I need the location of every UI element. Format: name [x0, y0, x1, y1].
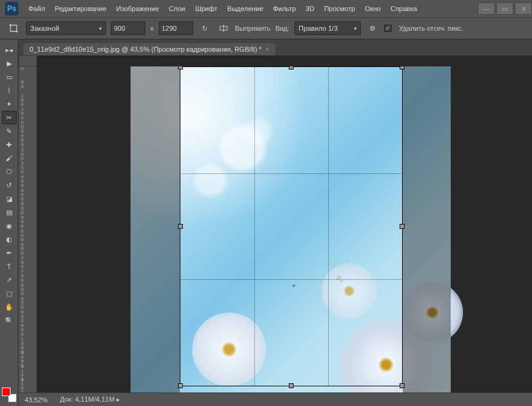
crop-width-input[interactable] — [111, 22, 145, 35]
image-content — [321, 263, 377, 319]
marquee-tool[interactable]: ▭ — [2, 70, 17, 84]
app-logo: Ps — [5, 2, 18, 15]
document-canvas[interactable] — [131, 66, 451, 392]
document-tab[interactable]: 0_11e9d2_d8d10e15_orig.jpg @ 43,5% (Прос… — [23, 43, 275, 55]
crop-tool[interactable]: ✂ — [2, 111, 17, 124]
dodge-tool[interactable]: ◐ — [2, 233, 17, 246]
hand-tool[interactable]: ✋ — [2, 300, 17, 314]
document-title: 0_11e9d2_d8d10e15_orig.jpg @ 43,5% (Прос… — [30, 46, 262, 53]
zoom-tool[interactable]: 🔍 — [2, 314, 17, 327]
blur-tool[interactable]: ◉ — [2, 219, 17, 233]
menu-file[interactable]: Файл — [23, 2, 50, 15]
menu-help[interactable]: Справка — [385, 2, 422, 15]
doc-size: 4,11M/4,11M — [75, 396, 115, 403]
grip-icon[interactable]: ▸◂ — [2, 43, 17, 57]
color-swatches[interactable] — [2, 388, 17, 402]
menu-bar: Файл Редактирование Изображение Слои Шри… — [23, 2, 422, 15]
close-button[interactable]: ✕ — [515, 2, 532, 15]
crop-tool-icon — [6, 21, 21, 36]
stamp-tool[interactable]: ⎔ — [2, 165, 17, 178]
canvas-area[interactable]: ✦ ↖ — [37, 66, 532, 392]
history-brush-tool[interactable]: ↺ — [2, 178, 17, 192]
menu-image[interactable]: Изображение — [111, 2, 164, 15]
delete-cropped-checkbox[interactable] — [384, 25, 392, 32]
menu-3d[interactable]: 3D — [300, 2, 319, 15]
maximize-button[interactable]: ▭ — [496, 2, 514, 15]
gear-icon[interactable]: ⚙ — [366, 22, 379, 35]
straighten-label[interactable]: Выпрямить — [235, 25, 271, 32]
eyedropper-tool[interactable]: ✎ — [2, 124, 17, 138]
minimize-button[interactable]: — — [478, 2, 495, 15]
status-bar: 43,52% Док: 4,11M/4,11M ▸ — [18, 392, 532, 406]
crop-preset-dropdown[interactable]: Заказной▾ — [26, 22, 106, 35]
path-tool[interactable]: ↗ — [2, 273, 17, 287]
image-content — [401, 282, 463, 343]
crop-height-input[interactable] — [159, 22, 193, 35]
zoom-level[interactable]: 43,52% — [25, 396, 47, 404]
straighten-icon[interactable] — [217, 22, 230, 35]
cursor-icon: ↖ — [336, 274, 344, 284]
vertical-ruler[interactable]: 05 01 0 01 5 02 0 02 5 03 0 03 5 04 0 04… — [18, 66, 37, 392]
wand-tool[interactable]: ✦ — [2, 97, 17, 111]
close-tab-icon[interactable]: × — [265, 46, 269, 53]
menu-filter[interactable]: Фильтр — [268, 2, 300, 15]
view-label: Вид: — [275, 25, 289, 32]
menu-type[interactable]: Шрифт — [190, 2, 222, 15]
brush-tool[interactable]: 🖌 — [2, 151, 17, 165]
image-content — [192, 312, 266, 386]
tool-panel: ▸◂ ▶ ▭ ⌇ ✦ ✂ ✎ ✚ 🖌 ⎔ ↺ ◪ ▤ ◉ ◐ ✒ T ↗ ▢ ✋… — [0, 39, 18, 406]
gradient-tool[interactable]: ▤ — [2, 205, 17, 219]
options-bar: Заказной▾ x ↻ Выпрямить Вид: Правило 1/3… — [0, 17, 532, 39]
foreground-color[interactable] — [2, 388, 10, 396]
eraser-tool[interactable]: ◪ — [2, 192, 17, 205]
lasso-tool[interactable]: ⌇ — [2, 84, 17, 97]
move-tool[interactable]: ▶ — [2, 57, 17, 70]
crop-x-label: x — [150, 25, 154, 32]
text-tool[interactable]: T — [2, 260, 17, 273]
pen-tool[interactable]: ✒ — [2, 246, 17, 260]
delete-cropped-label: Удалить отсеч. пикс. — [399, 25, 464, 32]
menu-window[interactable]: Окно — [360, 2, 386, 15]
crop-center-icon: ✦ — [291, 282, 296, 289]
menu-view[interactable]: Просмотр — [319, 2, 360, 15]
shape-tool[interactable]: ▢ — [2, 287, 17, 300]
menu-edit[interactable]: Редактирование — [50, 2, 111, 15]
view-mode-dropdown[interactable]: Правило 1/3▾ — [294, 22, 361, 35]
heal-tool[interactable]: ✚ — [2, 138, 17, 151]
doc-size-label: Док: — [60, 396, 73, 403]
menu-layers[interactable]: Слои — [164, 2, 190, 15]
ruler-origin[interactable] — [18, 55, 37, 66]
menu-select[interactable]: Выделение — [222, 2, 268, 15]
rotate-icon[interactable]: ↻ — [198, 22, 212, 35]
